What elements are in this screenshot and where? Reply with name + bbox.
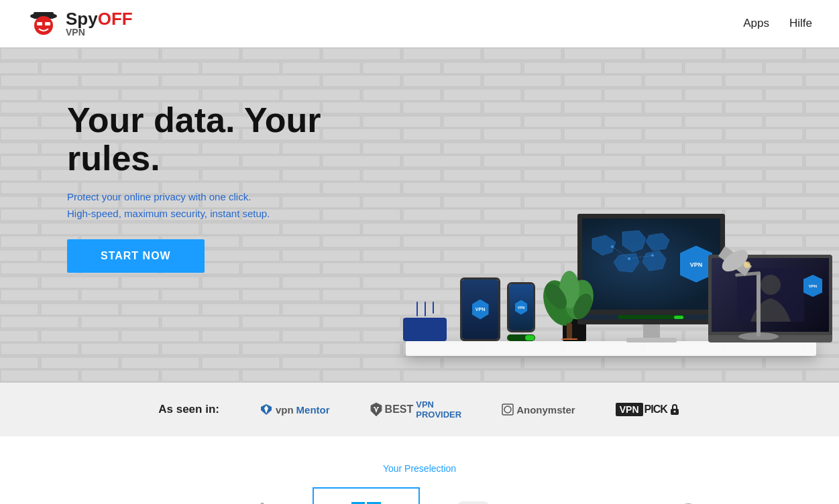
download-option-chrome[interactable]: Chrome Plugin [634,487,742,504]
anonymster-icon [502,403,514,416]
logo-text: SpyOFF VPN [66,10,133,37]
nav: Apps Hilfe [743,17,812,30]
svg-rect-15 [567,323,572,340]
download-option-linux[interactable]: Setup for Linux [527,487,634,504]
preselection-label: Your Preselection [0,463,839,474]
download-options: Go to Play Store Go to App Store Downloa… [0,487,839,504]
router [403,302,447,341]
nav-hilfe[interactable]: Hilfe [789,17,812,30]
vpnmentor-icon [260,403,273,416]
download-option-ios[interactable]: Go to App Store [205,487,313,504]
logo[interactable]: SpyOFF VPN [27,7,133,40]
logo-icon [27,7,60,40]
hero-title: Your data. Your rules. [67,101,402,178]
macos-icon: mac OS [457,501,488,504]
vpnmentor-logo: vpnMentor [260,403,330,416]
vpnpick-lock-icon [669,403,681,416]
download-option-windows[interactable]: Download for Windows [313,487,420,504]
monitor: VPN [577,214,725,342]
svg-point-29 [504,406,511,413]
svg-rect-3 [37,22,42,25]
nav-apps[interactable]: Apps [743,17,769,30]
linux-icon [566,501,596,504]
press-label: As seen in: [158,403,219,416]
download-option-macos[interactable]: mac OS Download for macOS [420,487,527,504]
vpnpick-logo: VPN PICK [616,403,681,416]
header: SpyOFF VPN Apps Hilfe [0,0,839,48]
hero-subtitle2: High-speed, maximum security, instant se… [67,208,402,219]
svg-point-31 [673,411,675,413]
hero-content: Your data. Your rules. Protect your onli… [67,88,402,273]
phone: VPN [507,282,535,341]
lamp [715,206,802,342]
hero-section: Your data. Your rules. Protect your onli… [0,48,839,383]
bestvpn-logo: BESTVPNPROVIDER [370,399,462,420]
apple-icon [244,501,274,504]
svg-point-2 [34,16,53,35]
chrome-icon [673,501,703,504]
hero-subtitle1: Protect your online privacy with one cli… [67,191,402,202]
svg-point-25 [744,261,750,268]
download-option-android[interactable]: Go to Play Store [98,487,205,504]
tablet: VPN [460,277,500,341]
hero-devices: VPN VPN [383,88,839,383]
shelf [406,341,816,356]
plant [543,266,596,342]
android-icon [137,501,166,504]
bestvpn-icon [370,402,382,417]
download-section: Your Preselection Go to Play Store [0,436,839,504]
anonymster-logo: Anonymster [502,403,575,416]
press-section: As seen in: vpnMentor BESTVPNPROVIDER An… [0,383,839,436]
svg-rect-4 [45,22,50,25]
start-now-button[interactable]: START NOW [67,239,205,273]
svg-rect-22 [757,273,761,336]
